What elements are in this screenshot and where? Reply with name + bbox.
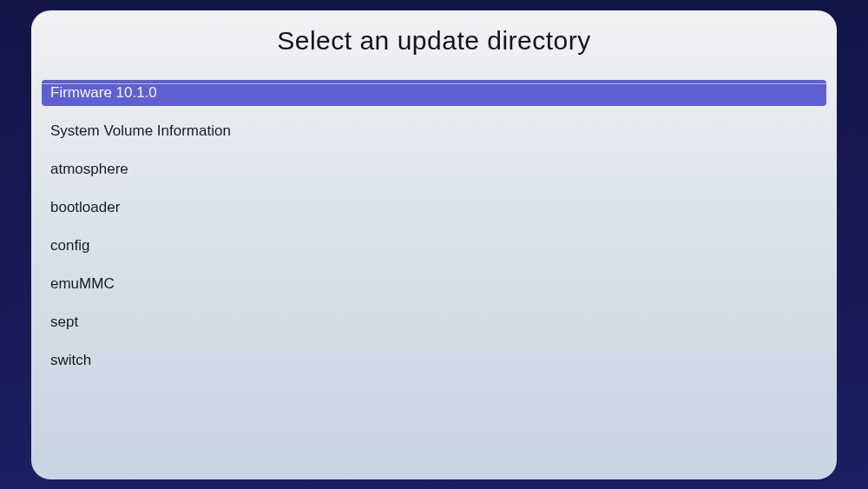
directory-item-system-volume-information[interactable]: System Volume Information <box>42 118 826 144</box>
directory-item-label: Firmware 10.1.0 <box>50 84 157 102</box>
directory-list: Firmware 10.1.0 System Volume Informatio… <box>42 80 826 373</box>
directory-item-label: System Volume Information <box>50 122 231 140</box>
directory-item-label: switch <box>50 352 91 369</box>
directory-item-label: sept <box>50 314 78 331</box>
page-title: Select an update directory <box>42 26 826 56</box>
directory-item-config[interactable]: config <box>42 233 826 259</box>
directory-item-switch[interactable]: switch <box>42 347 826 373</box>
directory-item-label: bootloader <box>50 199 120 216</box>
directory-item-label: atmosphere <box>50 161 128 178</box>
directory-item-emummc[interactable]: emuMMC <box>42 271 826 297</box>
directory-item-sept[interactable]: sept <box>42 309 826 335</box>
divider <box>42 83 826 84</box>
directory-item-atmosphere[interactable]: atmosphere <box>42 156 826 182</box>
directory-item-label: emuMMC <box>50 275 115 293</box>
directory-item-label: config <box>50 237 89 254</box>
directory-select-panel: Select an update directory Firmware 10.1… <box>31 10 837 479</box>
directory-item-bootloader[interactable]: bootloader <box>42 195 826 221</box>
